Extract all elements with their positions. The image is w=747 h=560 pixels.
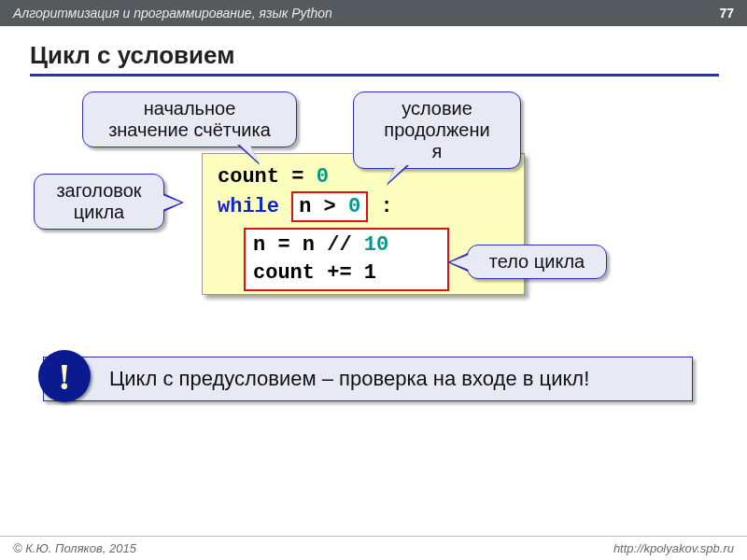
body-line-1: n = n // 10 bbox=[253, 231, 440, 259]
callout-condition: условие продолжени я bbox=[353, 91, 521, 169]
callout-initial-value: начальное значение счётчика bbox=[82, 91, 297, 147]
course-name: Алгоритмизация и программирование, язык … bbox=[13, 6, 332, 21]
page-number: 77 bbox=[719, 6, 734, 21]
callout-tail-icon bbox=[163, 193, 184, 212]
note-wrap: ! Цикл с предусловием – проверка на вход… bbox=[43, 357, 693, 401]
footer-url: http://kpolyakov.spb.ru bbox=[613, 541, 734, 555]
footer-author: © К.Ю. Поляков, 2015 bbox=[13, 541, 136, 555]
note-text: Цикл с предусловием – проверка на входе … bbox=[109, 367, 589, 390]
slide-header: Алгоритмизация и программирование, язык … bbox=[0, 0, 747, 26]
note-bar: ! Цикл с предусловием – проверка на вход… bbox=[43, 357, 693, 401]
diagram-stage: count = 0 while n > 0 : n = n // 10 coun… bbox=[0, 86, 747, 366]
loop-body-box: n = n // 10 count += 1 bbox=[244, 228, 449, 290]
exclamation-icon: ! bbox=[38, 350, 91, 402]
slide-footer: © К.Ю. Поляков, 2015 http://kpolyakov.sp… bbox=[0, 536, 747, 560]
callout-tail-icon bbox=[447, 253, 468, 272]
slide-title: Цикл с условием bbox=[30, 41, 719, 77]
callout-body: тело цикла bbox=[467, 245, 607, 279]
condition-box: n > 0 bbox=[291, 191, 368, 223]
body-line-2: count += 1 bbox=[253, 259, 440, 287]
title-wrap: Цикл с условием bbox=[30, 41, 719, 77]
code-line-2: while n > 0 : bbox=[218, 191, 513, 223]
callout-loop-header: заголовок цикла bbox=[34, 174, 164, 230]
